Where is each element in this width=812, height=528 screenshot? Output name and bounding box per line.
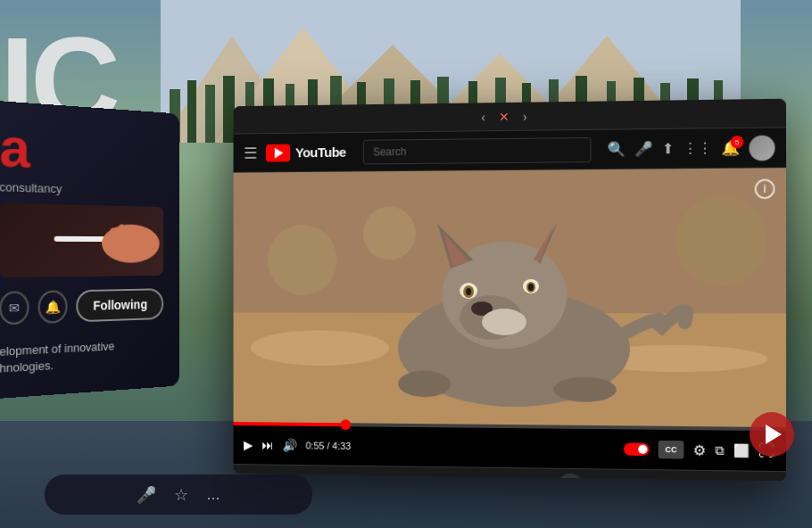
svg-rect-29: [54, 236, 106, 242]
svg-rect-8: [205, 85, 215, 143]
play-pause-button[interactable]: ▶: [244, 438, 253, 452]
video-player[interactable]: i: [234, 168, 786, 427]
search-icon[interactable]: 🔍: [608, 141, 626, 158]
message-button[interactable]: ✉: [0, 291, 29, 325]
play-circle[interactable]: [750, 412, 794, 457]
controls-spacer: [360, 446, 615, 449]
pip-button[interactable]: ⧉: [715, 442, 724, 458]
video-time-display: 0:55 / 4:33: [306, 441, 352, 451]
notification-button[interactable]: 🔔: [38, 290, 67, 323]
header-icons: 🔍 🎤 ⬆ ⋮⋮ 🔔 5: [608, 135, 775, 161]
left-channel-panel: a consultancy ✉ 🔔 Following: [0, 100, 179, 400]
svg-point-58: [675, 195, 767, 286]
user-avatar[interactable]: [749, 135, 775, 161]
svg-rect-35: [135, 228, 141, 252]
current-time: 0:55: [306, 441, 325, 451]
channel-logo: a: [0, 120, 163, 181]
theater-button[interactable]: ⬜: [733, 443, 750, 458]
channel-subtitle: consultancy: [0, 180, 163, 199]
hand-svg: [46, 209, 163, 272]
bell-icon: 🔔: [46, 300, 61, 315]
apps-grid-icon[interactable]: ⋮⋮: [683, 139, 712, 157]
svg-point-54: [482, 309, 526, 335]
svg-point-46: [466, 288, 471, 295]
following-button[interactable]: Following: [76, 288, 163, 322]
cc-button[interactable]: CC: [659, 441, 684, 459]
next-video-button[interactable]: ⏭: [261, 438, 273, 452]
play-triangle-icon: [766, 425, 782, 444]
youtube-browser-panel: ‹ ✕ › ☰ YouTube Search 🔍 🎤 ⬆ ⋮⋮ 🔔 5: [234, 99, 786, 482]
nav-back-button[interactable]: ‹: [481, 110, 485, 124]
svg-rect-7: [187, 80, 196, 143]
nav-forward-button[interactable]: ›: [523, 109, 527, 123]
hamburger-menu-button[interactable]: ☰: [244, 144, 257, 163]
video-content: [234, 168, 786, 427]
svg-rect-34: [127, 227, 133, 254]
yt-logo-text: YouTube: [295, 144, 346, 160]
yt-play-triangle: [275, 147, 284, 158]
message-icon: ✉: [9, 301, 20, 316]
total-time: 4:33: [332, 441, 351, 451]
autoplay-toggle[interactable]: [624, 442, 650, 455]
settings-button[interactable]: ⚙: [693, 441, 706, 458]
bookmark-button[interactable]: ☆: [174, 485, 188, 505]
svg-point-49: [528, 284, 534, 291]
toggle-knob: [638, 445, 647, 454]
video-info-button[interactable]: i: [755, 179, 775, 200]
svg-rect-33: [119, 224, 125, 253]
nav-close-button[interactable]: ✕: [499, 109, 510, 123]
youtube-logo[interactable]: YouTube: [266, 143, 346, 161]
mic-button[interactable]: 🎤: [137, 485, 156, 505]
notification-count: 5: [731, 136, 743, 148]
more-options-button[interactable]: ...: [206, 485, 220, 504]
volume-button[interactable]: 🔊: [282, 438, 296, 452]
hand-illustration-area: [0, 203, 163, 277]
notification-bell[interactable]: 🔔 5: [721, 139, 740, 157]
svg-point-57: [268, 225, 337, 295]
search-bar[interactable]: Search: [363, 136, 591, 164]
youtube-header: ☰ YouTube Search 🔍 🎤 ⬆ ⋮⋮ 🔔 5: [234, 128, 786, 172]
search-placeholder-text: Search: [373, 145, 406, 158]
wolf-illustration: [234, 168, 786, 427]
autoplay-toggle-area[interactable]: [624, 442, 650, 455]
yt-logo-icon: [266, 144, 290, 161]
progress-scrubber[interactable]: [341, 419, 352, 430]
microphone-icon[interactable]: 🎤: [634, 140, 652, 157]
channel-description: elopment of innovative hnologies.: [0, 336, 163, 377]
side-play-button[interactable]: [750, 412, 794, 457]
svg-point-59: [363, 207, 416, 260]
action-buttons-row: ✉ 🔔 Following: [0, 288, 163, 325]
svg-rect-32: [111, 227, 118, 254]
bottom-toolbar: 🎤 ☆ ...: [45, 474, 312, 515]
upload-icon[interactable]: ⬆: [662, 140, 674, 157]
